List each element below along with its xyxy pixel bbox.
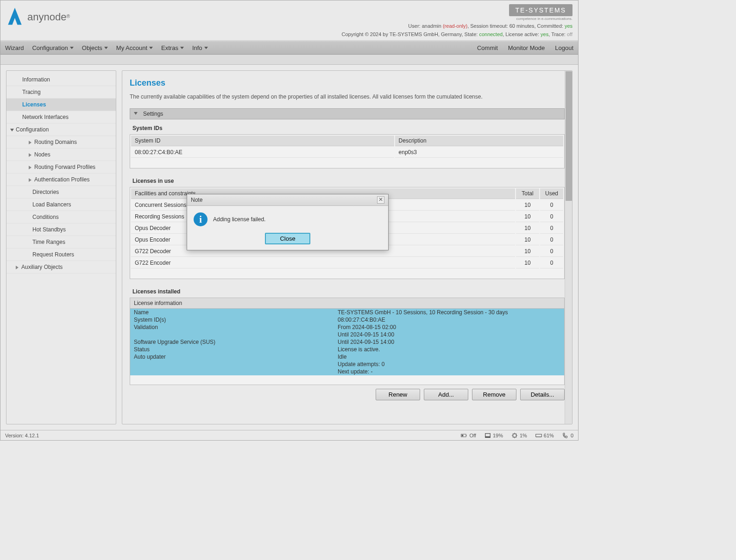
vendor-logo: TE-SYSTEMS	[509, 4, 572, 16]
dialog-titlebar[interactable]: Note ✕	[187, 194, 388, 206]
sidebar-item-conditions[interactable]: Conditions	[6, 211, 116, 224]
details-button[interactable]: Details...	[520, 389, 565, 400]
menubar: WizardConfigurationObjectsMy AccountExtr…	[0, 41, 578, 55]
license-info-row[interactable]: Software Upgrade Service (SUS)Until 2024…	[130, 338, 564, 346]
table-row[interactable]: 08:00:27:C4:B0:AEenp0s3	[131, 147, 563, 158]
svg-rect-2	[462, 435, 464, 436]
footer-stat-disk: 19%	[484, 432, 503, 438]
sidebar-item-label: Information	[22, 76, 50, 83]
mem-icon	[535, 432, 542, 438]
table-header: Description	[395, 136, 563, 146]
sidebar-item-directories[interactable]: Directories	[6, 186, 116, 199]
copyright-line: Copyright © 2024 by TE-SYSTEMS GmbH, Ger…	[342, 31, 572, 39]
table-row[interactable]: G722 Encoder100	[131, 258, 563, 268]
menu-info[interactable]: Info	[192, 44, 208, 51]
chevron-down-icon	[10, 129, 14, 131]
close-icon[interactable]: ✕	[377, 196, 384, 204]
menu-commit[interactable]: Commit	[477, 44, 498, 51]
page-title: Licenses	[130, 78, 565, 88]
dialog-title: Note	[191, 197, 202, 203]
license-info-row[interactable]: ValidationFrom 2024-08-15 02:00	[130, 324, 564, 331]
sidebar-item-licenses[interactable]: Licenses	[6, 99, 116, 111]
system-ids-table-wrap: System IDDescription08:00:27:C4:B0:AEenp…	[130, 134, 565, 168]
menu-objects[interactable]: Objects	[82, 44, 108, 51]
close-button[interactable]: Close	[265, 233, 310, 244]
sidebar-item-label: Nodes	[34, 151, 50, 158]
sidebar-item-information[interactable]: Information	[6, 74, 116, 86]
app-header: anynode® TE-SYSTEMScompetence in e-commu…	[0, 0, 578, 41]
chevron-right-icon	[29, 178, 31, 182]
sidebar-item-nodes[interactable]: Nodes	[6, 149, 116, 161]
sidebar-item-hot-standbys[interactable]: Hot Standbys	[6, 224, 116, 236]
license-info-row[interactable]: NameTE-SYSTEMS GmbH - 10 Sessions, 10 Re…	[130, 309, 564, 316]
licenses-in-use-title: Licenses in use	[132, 178, 562, 184]
vendor-tagline: competence in e-communications.	[342, 16, 572, 22]
footer-stat-mem: 61%	[535, 432, 554, 438]
content-scrollbar[interactable]	[565, 71, 572, 424]
licenses-installed-title: Licenses installed	[132, 288, 562, 295]
system-ids-table: System IDDescription08:00:27:C4:B0:AEenp…	[130, 135, 564, 159]
footer: Version: 4.12.1 Off19%1%61%0	[0, 430, 578, 440]
version-label: Version:	[5, 433, 24, 438]
sidebar-item-label: Tracing	[22, 89, 41, 95]
sidebar-item-time-ranges[interactable]: Time Ranges	[6, 236, 116, 249]
caret-down-icon	[104, 47, 108, 49]
sidebar-item-network-interfaces[interactable]: Network Interfaces	[6, 111, 116, 124]
license-info-row[interactable]: Auto updaterIdle	[130, 353, 564, 361]
sidebar-item-request-routers[interactable]: Request Routers	[6, 249, 116, 261]
table-header: Used	[540, 188, 563, 199]
license-info-row[interactable]: StatusLicense is active.	[130, 346, 564, 353]
chevron-right-icon	[29, 166, 31, 169]
caret-down-icon	[180, 47, 184, 49]
sidebar-item-label: Time Ranges	[32, 239, 65, 245]
license-info-row[interactable]: Update attempts: 0	[130, 361, 564, 368]
version-value: 4.12.1	[25, 433, 39, 438]
sidebar-item-load-balancers[interactable]: Load Balancers	[6, 199, 116, 211]
sidebar-item-label: Conditions	[32, 214, 59, 220]
renew-button[interactable]: Renew	[376, 389, 420, 400]
svg-rect-4	[485, 436, 491, 437]
phone-icon	[562, 432, 569, 438]
menu-configuration[interactable]: Configuration	[32, 44, 73, 51]
sidebar-item-authentication-profiles[interactable]: Authentication Profiles	[6, 174, 116, 186]
header-right: TE-SYSTEMScompetence in e-communications…	[342, 4, 572, 38]
sidebar-item-routing-forward-profiles[interactable]: Routing Forward Profiles	[6, 161, 116, 174]
info-icon: i	[194, 212, 208, 226]
sidebar-item-label: Authentication Profiles	[34, 176, 89, 183]
disk-icon	[484, 432, 491, 438]
menu-extras[interactable]: Extras	[161, 44, 184, 51]
user-status-line: User: anadmin (read-only), Session timeo…	[342, 22, 572, 31]
menu-my-account[interactable]: My Account	[116, 44, 153, 51]
license-info-row[interactable]: System ID(s)08:00:27:C4:B0:AE	[130, 316, 564, 324]
menu-logout[interactable]: Logout	[555, 44, 573, 51]
license-info-row[interactable]: Until 2024-09-15 14:00	[130, 331, 564, 338]
scroll-thumb[interactable]	[566, 71, 572, 201]
sidebar-item-label: Routing Forward Profiles	[34, 164, 95, 170]
chevron-right-icon	[16, 266, 19, 269]
chevron-right-icon	[29, 141, 31, 144]
cpu-icon	[511, 432, 518, 438]
settings-section-header[interactable]: Settings	[130, 108, 565, 119]
sidebar-item-label: Routing Domains	[34, 139, 77, 145]
menu-monitor-mode[interactable]: Monitor Mode	[508, 44, 545, 51]
sidebar-item-routing-domains[interactable]: Routing Domains	[6, 136, 116, 149]
sidebar-item-label: Auxiliary Objects	[21, 264, 63, 270]
sidebar-item-tracing[interactable]: Tracing	[6, 86, 116, 99]
caret-down-icon	[149, 47, 153, 49]
chevron-down-icon	[134, 112, 138, 115]
license-buttons-row: RenewAdd...RemoveDetails...	[130, 385, 565, 400]
system-ids-title: System IDs	[132, 125, 562, 131]
sub-menubar	[0, 55, 578, 65]
sidebar-item-label: Directories	[32, 189, 59, 195]
sidebar-item-configuration[interactable]: Configuration	[6, 124, 116, 136]
remove-button[interactable]: Remove	[472, 389, 516, 400]
menu-wizard[interactable]: Wizard	[5, 44, 24, 51]
sidebar-item-auxiliary-objects[interactable]: Auxiliary Objects	[6, 261, 116, 274]
license-info-row[interactable]: Next update: -	[130, 368, 564, 375]
caret-down-icon	[204, 47, 208, 49]
add-button[interactable]: Add...	[424, 389, 468, 400]
battery-icon	[461, 432, 467, 438]
logo-area: anynode®	[6, 4, 70, 30]
sidebar-item-label: Request Routers	[32, 251, 74, 258]
page-description: The currently available capabilities of …	[130, 93, 565, 100]
